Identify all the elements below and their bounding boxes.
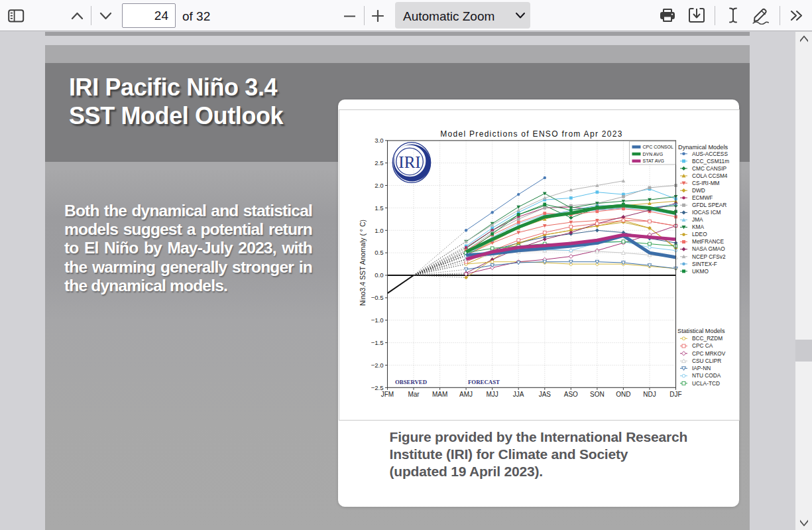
svg-text:SON: SON <box>590 391 605 398</box>
svg-text:UKMO: UKMO <box>692 267 709 274</box>
svg-text:UCLA-TCD: UCLA-TCD <box>692 379 720 386</box>
svg-text:3.0: 3.0 <box>375 137 383 144</box>
svg-text:BCC_CSM11m: BCC_CSM11m <box>692 157 729 164</box>
svg-text:−1.0: −1.0 <box>371 316 384 323</box>
svg-text:1.0: 1.0 <box>375 226 383 233</box>
svg-text:JFM: JFM <box>381 391 394 398</box>
svg-text:0.0: 0.0 <box>375 271 383 279</box>
svg-text:−1.5: −1.5 <box>371 338 384 346</box>
svg-text:CSU CLIPR: CSU CLIPR <box>692 357 721 364</box>
svg-text:Dynamical Models: Dynamical Models <box>678 144 728 151</box>
svg-text:NDJ: NDJ <box>643 391 656 398</box>
svg-text:2.0: 2.0 <box>375 181 383 188</box>
svg-text:Model Predictions of ENSO from: Model Predictions of ENSO from Apr 2023 <box>440 129 622 139</box>
svg-text:NTU CODA: NTU CODA <box>692 372 721 379</box>
svg-text:CS-IRI-MM: CS-IRI-MM <box>692 179 720 186</box>
svg-text:MJJ: MJJ <box>487 391 498 398</box>
svg-text:CMC CANSIP: CMC CANSIP <box>692 165 727 171</box>
svg-text:CPC MRKOV: CPC MRKOV <box>692 350 726 356</box>
svg-text:GFDL SPEAR: GFDL SPEAR <box>692 202 726 208</box>
svg-text:DJF: DJF <box>669 391 681 398</box>
svg-text:AMJ: AMJ <box>459 391 473 398</box>
svg-text:OBSERVED: OBSERVED <box>395 379 427 385</box>
svg-text:IOCAS ICM: IOCAS ICM <box>692 209 721 216</box>
svg-text:MetFRANCE: MetFRANCE <box>692 238 724 245</box>
svg-text:ECMWF: ECMWF <box>692 194 713 200</box>
svg-text:JJA: JJA <box>513 391 524 398</box>
svg-text:IRI: IRI <box>398 153 420 170</box>
svg-text:CPC CONSOL: CPC CONSOL <box>643 145 673 149</box>
svg-text:JMA: JMA <box>692 216 703 223</box>
svg-text:COLA CCSM4: COLA CCSM4 <box>692 172 728 178</box>
svg-text:SINTEX-F: SINTEX-F <box>692 260 717 267</box>
svg-text:KMA: KMA <box>692 224 704 230</box>
svg-text:STAT AVG: STAT AVG <box>643 159 665 163</box>
svg-text:BCC_RZDM: BCC_RZDM <box>692 335 723 342</box>
svg-text:0.5: 0.5 <box>375 249 383 256</box>
svg-text:Statistical Models: Statistical Models <box>677 328 725 334</box>
svg-text:AUS-ACCESS: AUS-ACCESS <box>692 150 728 157</box>
svg-text:CPC CA: CPC CA <box>692 342 713 349</box>
svg-text:IAP-NN: IAP-NN <box>692 365 711 371</box>
svg-text:2.5: 2.5 <box>375 159 383 166</box>
svg-text:MAM: MAM <box>432 391 447 398</box>
svg-text:−0.5: −0.5 <box>371 294 384 301</box>
svg-text:ASO: ASO <box>564 391 578 398</box>
svg-text:FORECAST: FORECAST <box>468 379 500 385</box>
svg-text:DWD: DWD <box>692 186 705 193</box>
svg-text:NASA GMAO: NASA GMAO <box>692 245 725 252</box>
svg-text:Mar: Mar <box>408 391 420 398</box>
svg-text:DYN AVG: DYN AVG <box>643 151 664 156</box>
svg-text:−2.0: −2.0 <box>371 361 384 368</box>
svg-text:OND: OND <box>616 391 630 398</box>
svg-text:NCEP CFSv2: NCEP CFSv2 <box>692 253 726 259</box>
svg-text:Nino3.4 SST Anomaly ( ° C): Nino3.4 SST Anomaly ( ° C) <box>359 219 367 305</box>
svg-text:LDEO: LDEO <box>692 231 707 237</box>
svg-text:1.5: 1.5 <box>375 204 383 211</box>
svg-text:−2.5: −2.5 <box>371 383 384 391</box>
svg-text:JAS: JAS <box>539 391 551 398</box>
